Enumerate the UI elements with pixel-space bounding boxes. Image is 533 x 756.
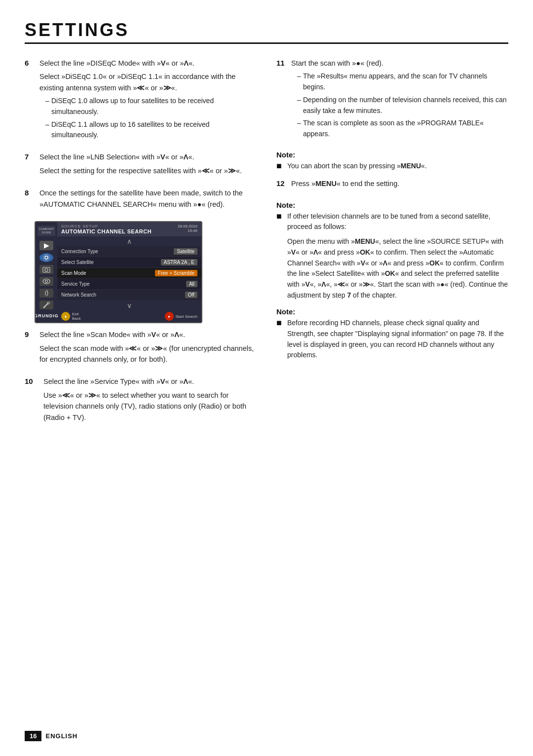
note-text-2: If other television channels are to be t… [287, 211, 508, 232]
step-content-11: Start the scan with »●« (red). The »Resu… [291, 58, 508, 142]
tv-arrow-up: ∧ [57, 236, 201, 246]
step6-para2: Select »DiSEqC 1.0« or »DiSEqC 1.1« in a… [39, 71, 257, 93]
step6-para1: Select the line »DISEqC Mode« with »V« o… [39, 58, 257, 69]
tv-source-label: SOURCE SETUP [61, 224, 152, 228]
svg-point-5 [45, 280, 48, 282]
note-box-2: Note: ■ If other television channels are… [276, 201, 508, 301]
step-content-10: Select the line »Service Type« with »V« … [43, 376, 257, 425]
step9-para1: Select the line »Scan Mode« with »V« or … [39, 329, 257, 340]
step9-para2: Select the scan mode with »≪« or »≫« (fo… [39, 343, 257, 365]
tv-grundig-brand: GRUNDIG [35, 312, 59, 322]
tv-arrow-down: ∨ [57, 301, 201, 310]
note-text-3: Before recording HD channels, please che… [287, 318, 508, 361]
page-language: ENGLISH [45, 732, 77, 740]
tv-row-label-network: Network Search [61, 292, 96, 298]
svg-point-0 [45, 256, 48, 259]
step12-para1: Press »MENU« to end the setting. [291, 178, 508, 189]
tv-row-value-connection: Satellite [174, 248, 197, 255]
note-box-1: Note: ■ You can abort the scan by pressi… [276, 151, 508, 172]
step-10: 10 Select the line »Service Type« with »… [25, 376, 257, 425]
svg-point-3 [45, 268, 48, 271]
tv-icon-audio [39, 289, 53, 298]
tv-footer: ● ExitBack ● Start Search [57, 310, 201, 322]
tv-row-connection: Connection Type Satellite [57, 246, 201, 257]
step7-para2: Select the setting for the respective sa… [39, 165, 257, 176]
svg-line-8 [43, 306, 45, 308]
tv-btn-exit: ● [61, 312, 70, 321]
tv-main-content: SOURCE SETUP AUTOMATIC CHANNEL SEARCH 28… [57, 222, 201, 322]
tv-row-label-connection: Connection Type [61, 249, 98, 254]
step-content-7: Select the line »LNB Selection« with »V«… [39, 151, 257, 179]
step-11: 11 Start the scan with »●« (red). The »R… [276, 58, 508, 142]
svg-point-7 [47, 302, 49, 304]
tv-row-value-scan: Free + Scramble [155, 270, 197, 276]
tv-row-service: Service Type All [57, 279, 201, 290]
tv-exit-label: ExitBack [72, 312, 81, 321]
tv-row-value-service: All [186, 281, 197, 287]
step11-bullets: The »Results« menu appears, and the scan… [297, 71, 508, 139]
step11-para1: Start the scan with »●« (red). [291, 58, 508, 69]
svg-point-1 [43, 255, 49, 261]
step6-bullet1: DiSEqC 1.0 allows up to four satellites … [45, 96, 257, 117]
step-6: 6 Select the line »DISEqC Mode« with »V«… [25, 58, 257, 143]
note-bullet-3: ■ [276, 318, 283, 361]
note-label-3: Note: [276, 307, 508, 316]
step11-bullet3: The scan is complete as soon as the »PRO… [297, 118, 508, 139]
step-number-6: 6 [25, 58, 35, 143]
svg-point-4 [43, 279, 50, 284]
tv-screen-mockup: COMFORT GUIDE ▶ [35, 221, 202, 323]
page: SETTINGS 6 Select the line »DISEqC Mode«… [0, 0, 533, 756]
page-number: 16 [25, 731, 41, 741]
tv-icon-eye [39, 277, 53, 286]
right-column: 11 Start the scan with »●« (red). The »R… [276, 58, 508, 434]
tv-icon-settings [39, 253, 53, 262]
step-content-9: Select the line »Scan Mode« with »V« or … [39, 329, 257, 367]
page-title: SETTINGS [25, 20, 508, 44]
note-bullet-2: ■ [276, 211, 283, 232]
note-bullet-1: ■ [276, 161, 283, 172]
step-number-7: 7 [25, 151, 35, 179]
step-number-9: 9 [25, 329, 35, 367]
tv-menu-title: AUTOMATIC CHANNEL SEARCH [61, 228, 152, 234]
step6-bullet2: DiSEqC 1.1 allows up to 16 satellites to… [45, 119, 257, 141]
tv-row-satellite: Select Satellite ASTRA 2A , E [57, 257, 201, 268]
tv-date: 28.09.2010 [178, 224, 197, 228]
step-content-12: Press »MENU« to end the setting. [291, 178, 508, 191]
step-8: 8 Once the settings for the satellite ha… [25, 188, 257, 212]
step10-para2: Use »≪« or »≫« to select whether you wan… [43, 390, 257, 423]
step6-bullets: DiSEqC 1.0 allows up to four satellites … [45, 96, 257, 141]
step10-para1: Select the line »Service Type« with »V« … [43, 376, 257, 387]
tv-search-label: Start Search [176, 314, 197, 319]
tv-row-label-satellite: Select Satellite [61, 260, 94, 265]
step-number-8: 8 [25, 188, 35, 212]
tv-sidebar-top: COMFORT GUIDE [38, 226, 55, 236]
note2-body: Open the menu with »MENU«, select the li… [287, 236, 508, 301]
step8-para1: Once the settings for the satellite have… [39, 188, 257, 210]
tv-footer-right: ● Start Search [165, 312, 197, 321]
note-label-1: Note: [276, 151, 508, 159]
tv-header-left: SOURCE SETUP AUTOMATIC CHANNEL SEARCH [61, 224, 152, 234]
step-9: 9 Select the line »Scan Mode« with »V« o… [25, 329, 257, 367]
page-footer: 16 ENGLISH [25, 731, 508, 741]
tv-time: 15:46 [178, 228, 197, 233]
tv-datetime: 28.09.2010 15:46 [178, 224, 197, 233]
tv-icon-tools [39, 301, 53, 309]
guide-label: GUIDE [38, 231, 54, 234]
step11-bullet2: Depending on the number of television ch… [297, 95, 508, 116]
tv-btn-search: ● [165, 312, 174, 321]
note-box-3: Note: ■ Before recording HD channels, pl… [276, 307, 508, 361]
step7-para1: Select the line »LNB Selection« with »V«… [39, 151, 257, 162]
tv-header: SOURCE SETUP AUTOMATIC CHANNEL SEARCH 28… [57, 222, 201, 236]
step-content-8: Once the settings for the satellite have… [39, 188, 257, 212]
tv-sidebar: COMFORT GUIDE ▶ [36, 222, 57, 322]
step-number-10: 10 [25, 376, 38, 425]
tv-footer-left: ● ExitBack [61, 312, 81, 321]
note-text-1: You can abort the scan by pressing »MENU… [287, 161, 427, 172]
left-column: 6 Select the line »DISEqC Mode« with »V«… [25, 58, 257, 434]
tv-row-label-service: Service Type [61, 281, 90, 287]
tv-icon-camera [39, 265, 53, 274]
comfort-label: COMFORT [38, 227, 54, 231]
step-12: 12 Press »MENU« to end the setting. [276, 178, 508, 191]
tv-row-scan-mode: Scan Mode Free + Scramble [57, 268, 201, 279]
tv-row-value-satellite: ASTRA 2A , E [161, 259, 197, 265]
